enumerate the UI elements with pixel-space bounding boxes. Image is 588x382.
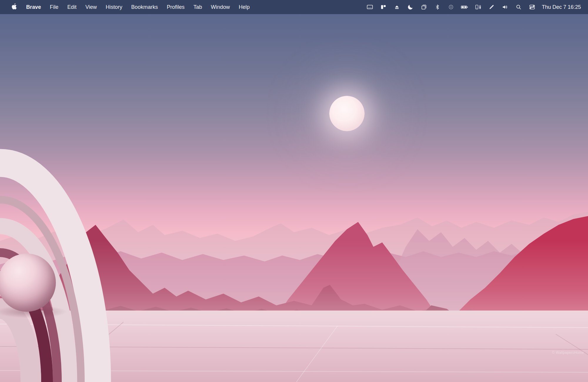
wallpaper-watermark: © WallpapersHome xyxy=(552,351,584,355)
stylus-icon[interactable] xyxy=(485,0,498,14)
menu-file[interactable]: File xyxy=(46,0,63,14)
menu-help[interactable]: Help xyxy=(234,0,254,14)
window-tiling-icon[interactable] xyxy=(377,0,390,14)
menu-tab[interactable]: Tab xyxy=(189,0,206,14)
bluetooth-icon[interactable] xyxy=(431,0,444,14)
menu-bar-status: Thu Dec 7 16:25 xyxy=(363,0,588,14)
app-menu-brave[interactable]: Brave xyxy=(22,0,46,14)
device-battery-icon[interactable] xyxy=(471,0,485,14)
spotlight-icon[interactable] xyxy=(512,0,525,14)
menu-bar: Brave File Edit View History Bookmarks P… xyxy=(0,0,588,14)
volume-icon[interactable] xyxy=(498,0,512,14)
battery-charging-icon[interactable] xyxy=(458,0,471,14)
moon xyxy=(329,96,365,131)
arch-structure xyxy=(0,0,126,382)
focus-moon-icon[interactable] xyxy=(404,0,417,14)
menu-bar-clock[interactable]: Thu Dec 7 16:25 xyxy=(539,4,583,10)
control-center-icon[interactable] xyxy=(525,0,539,14)
menu-bookmarks[interactable]: Bookmarks xyxy=(127,0,162,14)
menu-window[interactable]: Window xyxy=(206,0,234,14)
apple-icon xyxy=(11,3,17,11)
menu-bar-left: Brave File Edit View History Bookmarks P… xyxy=(0,0,254,14)
menu-history[interactable]: History xyxy=(101,0,127,14)
menu-edit[interactable]: Edit xyxy=(63,0,81,14)
sphere xyxy=(0,253,56,312)
display-icon[interactable] xyxy=(363,0,377,14)
eject-icon[interactable] xyxy=(390,0,404,14)
airplay-audio-icon[interactable] xyxy=(444,0,458,14)
menu-profiles[interactable]: Profiles xyxy=(162,0,189,14)
apple-menu[interactable] xyxy=(6,0,22,14)
copy-stack-icon[interactable] xyxy=(417,0,431,14)
menu-view[interactable]: View xyxy=(81,0,101,14)
desktop: © WallpapersHome Brave File Edit View Hi… xyxy=(0,0,588,382)
